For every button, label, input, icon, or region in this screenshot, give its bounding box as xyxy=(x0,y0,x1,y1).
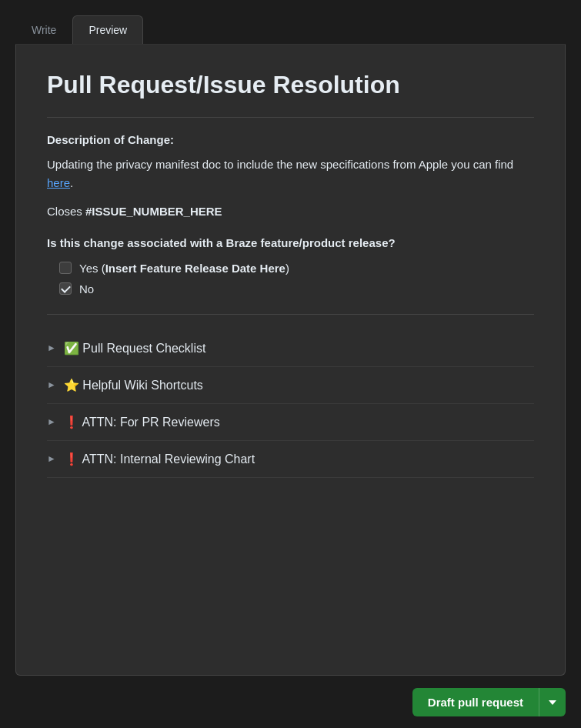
bottom-bar: Draft pull request xyxy=(15,676,566,728)
collapsible-attn-reviewers[interactable]: ► ❗ ATTN: For PR Reviewers xyxy=(47,404,534,441)
draft-pull-request-dropdown-button[interactable] xyxy=(539,688,566,716)
title-divider xyxy=(47,117,534,118)
yes-label-prefix: Yes ( xyxy=(79,262,105,275)
closes-prefix: Closes xyxy=(47,205,85,218)
collapsible-attn-chart[interactable]: ► ❗ ATTN: Internal Reviewing Chart xyxy=(47,441,534,478)
arrow-icon-attn-reviewers: ► xyxy=(47,416,56,427)
checkbox-item-no: No xyxy=(59,282,534,296)
main-container: Write Preview Pull Request/Issue Resolut… xyxy=(15,15,566,728)
chevron-down-icon xyxy=(549,700,556,705)
no-label: No xyxy=(79,282,94,296)
collapsible-attn-reviewers-label: ❗ ATTN: For PR Reviewers xyxy=(64,415,220,429)
collapsible-attn-chart-label: ❗ ATTN: Internal Reviewing Chart xyxy=(64,452,255,466)
page-title: Pull Request/Issue Resolution xyxy=(47,69,534,102)
arrow-icon-attn-chart: ► xyxy=(47,453,56,464)
draft-pull-request-button[interactable]: Draft pull request xyxy=(412,688,539,716)
yes-checkbox[interactable] xyxy=(59,262,72,274)
collapsible-wiki-shortcuts[interactable]: ► ⭐ Helpful Wiki Shortcuts xyxy=(47,367,534,404)
collapsible-wiki-shortcuts-label: ⭐ Helpful Wiki Shortcuts xyxy=(64,378,203,392)
description-text-before: Updating the privacy manifest doc to inc… xyxy=(47,158,513,171)
collapsible-pr-checklist[interactable]: ► ✅ Pull Request Checklist xyxy=(47,330,534,367)
arrow-icon-pr-checklist: ► xyxy=(47,342,56,353)
checkbox-group: Yes (Insert Feature Release Date Here) N… xyxy=(47,262,534,296)
closes-text: Closes #ISSUE_NUMBER_HERE xyxy=(47,205,534,218)
feature-question: Is this change associated with a Braze f… xyxy=(47,236,534,249)
no-checkbox[interactable] xyxy=(59,282,72,295)
arrow-icon-wiki-shortcuts: ► xyxy=(47,379,56,390)
tab-preview[interactable]: Preview xyxy=(72,15,143,44)
here-link[interactable]: here xyxy=(47,176,70,189)
checkbox-item-yes: Yes (Insert Feature Release Date Here) xyxy=(59,262,534,275)
collapsibles-container: ► ✅ Pull Request Checklist ► ⭐ Helpful W… xyxy=(47,330,534,478)
checkbox-divider xyxy=(47,314,534,315)
tab-write[interactable]: Write xyxy=(15,15,72,44)
yes-label-bold: Insert Feature Release Date Here xyxy=(105,262,285,275)
tab-bar: Write Preview xyxy=(15,15,566,45)
description-body: Updating the privacy manifest doc to inc… xyxy=(47,155,534,192)
description-label: Description of Change: xyxy=(47,133,534,146)
closes-issue: #ISSUE_NUMBER_HERE xyxy=(85,205,222,218)
yes-label-suffix: ) xyxy=(285,262,289,275)
collapsible-pr-checklist-label: ✅ Pull Request Checklist xyxy=(64,341,206,356)
description-text-suffix: . xyxy=(70,176,73,189)
content-area: Pull Request/Issue Resolution Descriptio… xyxy=(15,45,566,676)
draft-button-group: Draft pull request xyxy=(412,688,566,716)
yes-label: Yes (Insert Feature Release Date Here) xyxy=(79,262,289,275)
